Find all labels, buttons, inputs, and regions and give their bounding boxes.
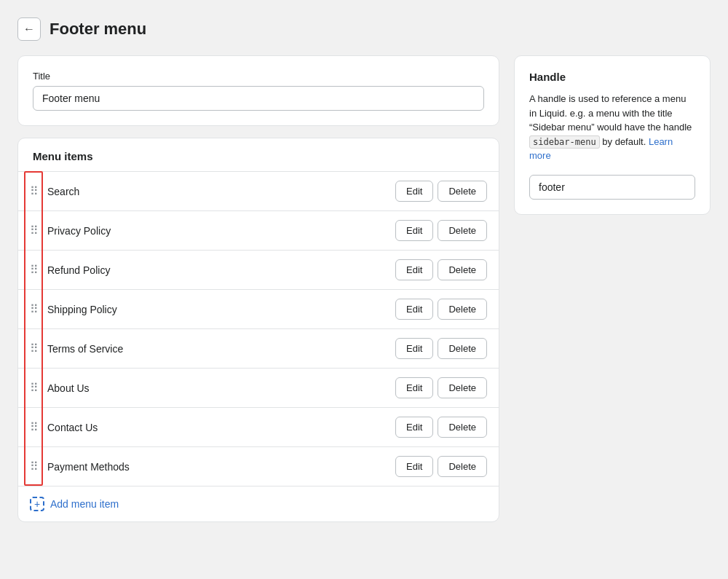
drag-handle-icon[interactable]: ⠿ bbox=[30, 381, 39, 395]
menu-item-row: ⠿ Search Edit Delete bbox=[18, 171, 499, 210]
delete-button[interactable]: Delete bbox=[438, 181, 487, 202]
edit-button[interactable]: Edit bbox=[395, 417, 433, 438]
drag-handle-icon[interactable]: ⠿ bbox=[30, 302, 39, 316]
delete-button[interactable]: Delete bbox=[438, 220, 487, 241]
page-title: Footer menu bbox=[50, 20, 146, 39]
menu-item-name: Shipping Policy bbox=[47, 304, 387, 315]
add-menu-item-link[interactable]: Add menu item bbox=[50, 498, 119, 510]
edit-button[interactable]: Edit bbox=[395, 299, 433, 320]
delete-button[interactable]: Delete bbox=[438, 417, 487, 438]
drag-handle-icon[interactable]: ⠿ bbox=[30, 420, 39, 434]
drag-handle-icon[interactable]: ⠿ bbox=[30, 342, 39, 355]
menu-item-name: Contact Us bbox=[47, 422, 387, 433]
back-button[interactable]: ← bbox=[17, 17, 41, 41]
drag-handle-icon[interactable]: ⠿ bbox=[30, 460, 39, 473]
edit-button[interactable]: Edit bbox=[395, 338, 433, 359]
delete-button[interactable]: Delete bbox=[438, 456, 487, 477]
menu-item-row: ⠿ Contact Us Edit Delete bbox=[18, 407, 499, 446]
menu-item-row: ⠿ Refund Policy Edit Delete bbox=[18, 250, 499, 289]
menu-items-card: Menu items ⠿ Search Edit Delete ⠿ Privac… bbox=[17, 138, 499, 522]
edit-button[interactable]: Edit bbox=[395, 220, 433, 241]
handle-code-example: sidebar-menu bbox=[529, 135, 600, 149]
menu-items-list: ⠿ Search Edit Delete ⠿ Privacy Policy Ed… bbox=[18, 171, 499, 486]
handle-description: A handle is used to reference a menu in … bbox=[529, 92, 695, 163]
title-input[interactable] bbox=[33, 86, 484, 111]
drag-handle-icon[interactable]: ⠿ bbox=[30, 224, 39, 237]
menu-item-row: ⠿ Privacy Policy Edit Delete bbox=[18, 210, 499, 250]
back-arrow-icon: ← bbox=[23, 23, 35, 36]
menu-item-name: Refund Policy bbox=[47, 264, 387, 276]
drag-handle-icon[interactable]: ⠿ bbox=[30, 184, 39, 198]
handle-title: Handle bbox=[529, 71, 695, 83]
edit-button[interactable]: Edit bbox=[395, 377, 433, 398]
edit-button[interactable]: Edit bbox=[395, 456, 433, 477]
menu-item-name: Search bbox=[47, 186, 387, 197]
menu-item-name: Payment Methods bbox=[47, 461, 387, 473]
title-card: Title bbox=[17, 55, 499, 126]
add-menu-item-icon: + bbox=[30, 497, 44, 511]
handle-input[interactable] bbox=[529, 175, 695, 200]
delete-button[interactable]: Delete bbox=[438, 299, 487, 320]
delete-button[interactable]: Delete bbox=[438, 259, 487, 280]
menu-item-row: ⠿ Terms of Service Edit Delete bbox=[18, 328, 499, 368]
menu-item-row: ⠿ About Us Edit Delete bbox=[18, 368, 499, 407]
edit-button[interactable]: Edit bbox=[395, 259, 433, 280]
menu-item-name: About Us bbox=[47, 382, 387, 394]
add-menu-item-row[interactable]: + Add menu item bbox=[18, 486, 499, 521]
menu-items-heading: Menu items bbox=[18, 138, 499, 171]
edit-button[interactable]: Edit bbox=[395, 181, 433, 202]
delete-button[interactable]: Delete bbox=[438, 377, 487, 398]
drag-handle-icon[interactable]: ⠿ bbox=[30, 263, 39, 277]
title-label: Title bbox=[33, 71, 484, 82]
menu-item-row: ⠿ Shipping Policy Edit Delete bbox=[18, 289, 499, 328]
handle-card: Handle A handle is used to reference a m… bbox=[514, 55, 711, 215]
menu-item-row: ⠿ Payment Methods Edit Delete bbox=[18, 446, 499, 486]
menu-item-name: Terms of Service bbox=[47, 343, 387, 355]
menu-item-name: Privacy Policy bbox=[47, 225, 387, 237]
delete-button[interactable]: Delete bbox=[438, 338, 487, 359]
